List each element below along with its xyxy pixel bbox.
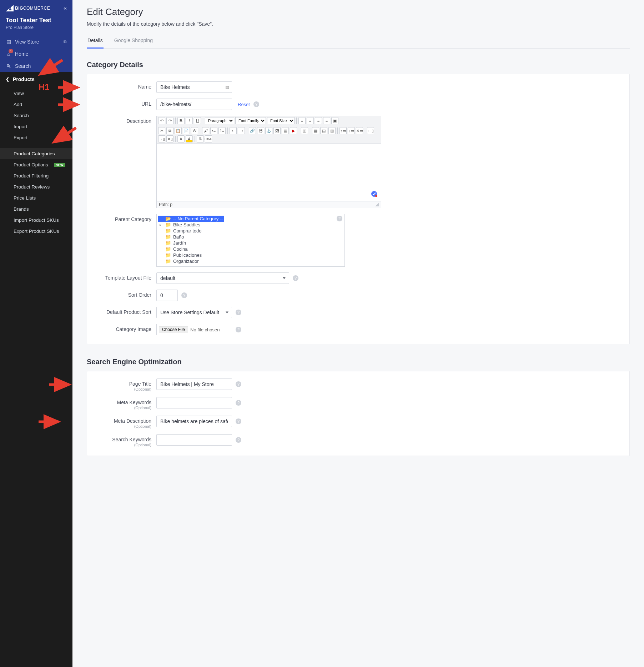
align-justify-icon[interactable]: ≡ — [323, 117, 330, 124]
paragraph-select[interactable]: Paragraph — [205, 117, 234, 124]
cell-props-icon[interactable]: ▥ — [328, 127, 336, 134]
submenu-import-skus[interactable]: Import Product SKUs — [0, 215, 72, 226]
file-input[interactable]: Choose File No file chosen — [156, 324, 232, 335]
col-before-icon[interactable]: ←▯ — [367, 127, 374, 134]
row-name: H1 Name ▤ — [96, 81, 621, 93]
submenu-add[interactable]: Add — [0, 99, 72, 110]
tree-item[interactable]: 📁Organizador — [160, 258, 342, 264]
help-icon[interactable]: ? — [337, 216, 342, 221]
paste-icon[interactable]: 📋 — [175, 127, 182, 134]
tree-item[interactable]: 📁Comprar todo — [160, 228, 342, 234]
paste-word-icon[interactable]: W — [191, 127, 198, 134]
expand-icon[interactable]: ▸ — [160, 223, 163, 227]
meta-description-input[interactable] — [156, 416, 232, 427]
align-right-icon[interactable]: ≡ — [315, 117, 322, 124]
unlink-icon[interactable]: ⛓ — [257, 127, 264, 134]
url-reset-link[interactable]: Reset — [238, 102, 250, 107]
submenu-product-categories[interactable]: Product Categories — [0, 148, 72, 159]
align-center-icon[interactable]: ≡ — [307, 117, 314, 124]
search-keywords-input[interactable] — [156, 434, 232, 446]
html-icon[interactable]: HTML — [205, 135, 212, 142]
font-family-select[interactable]: Font Family — [235, 117, 266, 124]
clean-icon[interactable]: 🖌 — [202, 127, 209, 134]
submenu-import[interactable]: Import — [0, 121, 72, 132]
meta-keywords-input[interactable] — [156, 397, 232, 408]
outdent-icon[interactable]: ⇤ — [230, 127, 237, 134]
help-icon[interactable]: ? — [236, 381, 241, 387]
submenu-product-reviews[interactable]: Product Reviews — [0, 181, 72, 192]
cut-icon[interactable]: ✂ — [158, 127, 165, 134]
default-sort-select[interactable]: Use Store Settings Default — [156, 307, 232, 318]
help-icon[interactable]: ? — [236, 400, 241, 406]
indent-icon[interactable]: ⇥ — [238, 127, 245, 134]
del-row-icon[interactable]: ✕▭ — [356, 127, 363, 134]
tree-item[interactable]: 📁Baño — [160, 234, 342, 240]
tree-item[interactable]: 📁Cocina — [160, 246, 342, 252]
fullscreen-icon[interactable]: ▣ — [331, 117, 338, 124]
sidebar-section-header-products[interactable]: ❮ Products — [0, 72, 72, 86]
bg-color-icon[interactable]: A — [186, 135, 193, 142]
italic-icon[interactable]: I — [186, 117, 193, 124]
del-col-icon[interactable]: ✕▯ — [166, 135, 173, 142]
help-icon[interactable]: ? — [236, 310, 241, 315]
resize-handle-icon[interactable] — [375, 203, 379, 206]
parent-category-tree[interactable]: ? 📂-- No Parent Category -- ▸📁Bike Saddl… — [156, 214, 345, 267]
nav-search[interactable]: 🔍︎Search — [0, 60, 72, 72]
nav-view-store[interactable]: ▤View Store⧉ — [0, 36, 72, 48]
submenu-export[interactable]: Export — [0, 132, 72, 143]
tree-item[interactable]: 📁Jardín — [160, 240, 342, 246]
undo-icon[interactable]: ↶ — [158, 117, 165, 124]
description-editor[interactable]: ↶ ↷ B I U Paragraph Font Family Font Siz… — [156, 116, 381, 208]
page-title-input[interactable] — [156, 378, 232, 390]
print-icon[interactable]: 🖶 — [197, 135, 204, 142]
help-icon[interactable]: ? — [181, 292, 187, 298]
sort-order-input[interactable] — [156, 290, 178, 301]
align-left-icon[interactable]: ≡ — [298, 117, 306, 124]
submenu-price-lists[interactable]: Price Lists — [0, 192, 72, 204]
tree-item[interactable]: ▸📁Bike Saddles — [160, 222, 342, 228]
tree-item-none[interactable]: 📂-- No Parent Category -- — [158, 216, 224, 222]
submenu-search[interactable]: Search — [0, 110, 72, 121]
row-props-icon[interactable]: ▤ — [320, 127, 327, 134]
help-icon[interactable]: ? — [253, 101, 259, 107]
tab-details[interactable]: Details — [87, 37, 104, 49]
col-after-icon[interactable]: →▯ — [158, 135, 165, 142]
nav-home[interactable]: ⌂Home — [0, 48, 72, 60]
editor-textarea[interactable] — [157, 144, 381, 201]
row-after-icon[interactable]: ↓▭ — [348, 127, 355, 134]
redo-icon[interactable]: ↷ — [166, 117, 173, 124]
choose-file-button[interactable]: Choose File — [159, 326, 188, 333]
text-color-icon[interactable]: A — [177, 135, 185, 142]
paste-text-icon[interactable]: 📄 — [183, 127, 190, 134]
bullet-list-icon[interactable]: •≡ — [210, 127, 217, 134]
font-size-select[interactable]: Font Size — [267, 117, 295, 124]
help-icon[interactable]: ? — [236, 437, 241, 443]
name-input[interactable] — [156, 81, 232, 93]
template-select[interactable]: default — [156, 272, 289, 284]
help-icon[interactable]: ? — [293, 275, 298, 281]
tab-google-shopping[interactable]: Google Shopping — [114, 37, 154, 48]
image-icon[interactable]: 🖼 — [273, 127, 281, 134]
submenu-brands[interactable]: Brands — [0, 204, 72, 215]
submenu-product-options[interactable]: Product Options NEW — [0, 159, 72, 170]
number-list-icon[interactable]: 1≡ — [218, 127, 226, 134]
submenu-product-filtering[interactable]: Product Filtering — [0, 170, 72, 181]
link-icon[interactable]: 🔗 — [249, 127, 256, 134]
youtube-icon[interactable]: ▶ — [290, 127, 297, 134]
row-before-icon[interactable]: ↑▭ — [339, 127, 347, 134]
anchor-icon[interactable]: ⚓ — [265, 127, 272, 134]
help-icon[interactable]: ? — [236, 418, 241, 424]
table-icon[interactable]: ▦ — [312, 127, 319, 134]
media-icon[interactable]: ▦ — [282, 127, 289, 134]
collapse-sidebar-icon[interactable]: « — [64, 5, 67, 11]
copy-icon[interactable]: ⧉ — [166, 127, 173, 134]
underline-icon[interactable]: U — [194, 117, 201, 124]
tree-item[interactable]: 📁Publicaciones — [160, 252, 342, 258]
nav-home-label: Home — [15, 51, 28, 57]
bold-icon[interactable]: B — [177, 117, 185, 124]
submenu-view[interactable]: View — [0, 88, 72, 99]
help-icon[interactable]: ? — [236, 327, 241, 332]
submenu-export-skus[interactable]: Export Product SKUs — [0, 226, 72, 237]
url-input[interactable] — [156, 99, 232, 110]
popup-icon[interactable]: ◫ — [301, 127, 308, 134]
